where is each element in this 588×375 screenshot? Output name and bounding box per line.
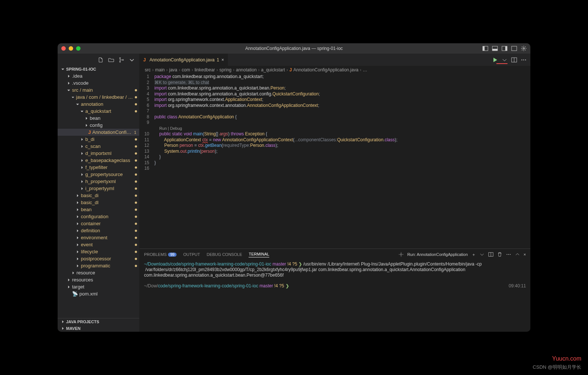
folder-item[interactable]: basic_dl — [58, 199, 139, 206]
terminal-content[interactable]: ~/Downloads/code/spring-framework-learni… — [140, 260, 530, 332]
close-tab-icon[interactable]: × — [222, 57, 224, 62]
editor-actions — [492, 54, 530, 66]
folder-item[interactable]: .vscode — [58, 80, 139, 87]
source-control-icon[interactable] — [119, 57, 124, 63]
new-folder-icon[interactable] — [108, 57, 114, 63]
source-code[interactable]: package com.linkedbear.spring.annotation… — [154, 74, 530, 249]
chevron-icon — [75, 102, 80, 107]
folder-item[interactable]: resources — [58, 276, 139, 283]
breadcrumb-item[interactable]: main — [155, 67, 165, 72]
close-panel-icon[interactable]: × — [524, 252, 526, 257]
breadcrumb-item[interactable]: a_quickstart — [261, 67, 285, 72]
tab-output[interactable]: OUTPUT — [183, 252, 200, 257]
svg-point-21 — [510, 254, 510, 255]
tree-label: a_quickstart — [85, 108, 111, 114]
tab-active[interactable]: J AnnotationConfigApplication.java 1 × — [140, 54, 228, 66]
tree-label: target — [72, 284, 84, 290]
folder-item[interactable]: java / com / linkedbear / spring — [58, 94, 139, 101]
modified-indicator — [135, 103, 137, 105]
maven-panel[interactable]: MAVEN — [58, 325, 139, 332]
split-terminal-icon[interactable] — [488, 252, 493, 257]
folder-item[interactable]: c_scan — [58, 143, 139, 150]
folder-item[interactable]: target — [58, 283, 139, 290]
problems-badge: 99 — [168, 253, 177, 257]
breadcrumb[interactable]: src›main›java›com›linkedbear›spring›anno… — [140, 66, 530, 74]
tree-label: resource — [76, 270, 95, 276]
folder-item[interactable]: configuration — [58, 213, 139, 220]
window-title: AnnotationConfigApplication.java — sprin… — [58, 46, 530, 51]
folder-item[interactable]: container — [58, 220, 139, 227]
folder-item[interactable]: a_quickstart — [58, 108, 139, 115]
more-icon[interactable] — [521, 57, 527, 63]
add-terminal-icon[interactable]: ＋ — [472, 252, 476, 257]
folder-item[interactable]: .idea — [58, 72, 139, 80]
folder-item[interactable]: lifecycle — [58, 248, 139, 255]
folder-item[interactable]: h_propertyxml — [58, 178, 139, 185]
modified-indicator — [135, 138, 137, 141]
breadcrumb-item[interactable]: src — [145, 67, 151, 72]
run-config-label[interactable]: Run: AnnotationConfigApplication — [407, 252, 468, 257]
breadcrumb-item[interactable]: annotation — [236, 67, 257, 72]
more-icon[interactable] — [506, 252, 511, 257]
chevron-down-icon[interactable] — [502, 57, 507, 63]
breadcrumb-item[interactable]: com — [182, 67, 190, 72]
split-editor-icon[interactable] — [511, 57, 517, 63]
tree-label: e_basepackageclass — [85, 158, 130, 163]
project-header[interactable]: SPRING-01-IOC — [58, 66, 139, 72]
chevron-down-icon[interactable] — [479, 252, 485, 257]
java-file-icon: J — [88, 129, 91, 135]
modified-indicator — [135, 180, 137, 183]
folder-item[interactable]: bean — [58, 206, 139, 213]
chevron-down-icon[interactable] — [129, 57, 135, 63]
trash-icon[interactable] — [497, 252, 502, 257]
tree-label: config — [90, 122, 103, 128]
csdn-credit: CSDN @明明如月学长 — [533, 364, 581, 371]
maximize-panel-icon[interactable] — [515, 252, 520, 257]
file-tree[interactable]: .idea.vscodesrc / mainjava / com / linke… — [58, 72, 139, 318]
new-file-icon[interactable] — [98, 57, 104, 63]
modified-indicator — [135, 159, 137, 162]
folder-item[interactable]: src / main — [58, 87, 139, 94]
breadcrumb-item[interactable]: spring — [219, 67, 232, 72]
folder-item[interactable]: postprocessor — [58, 255, 139, 262]
tab-problems[interactable]: PROBLEMS99 — [144, 252, 177, 257]
modified-indicator — [135, 251, 137, 253]
folder-item[interactable]: f_typefilter — [58, 164, 139, 171]
folder-item[interactable]: event — [58, 241, 139, 248]
chevron-icon — [80, 151, 84, 156]
tab-terminal[interactable]: TERMINAL — [249, 252, 269, 257]
folder-item[interactable]: resource — [58, 269, 139, 276]
folder-item[interactable]: e_basepackageclass — [58, 157, 139, 164]
folder-item[interactable]: g_propertysource — [58, 171, 139, 178]
modified-indicator — [135, 152, 137, 155]
folder-item[interactable]: i_propertyyml — [58, 185, 139, 192]
folder-item[interactable]: definition — [58, 227, 139, 234]
folder-item[interactable]: config — [58, 122, 139, 129]
gear-icon[interactable] — [399, 252, 404, 257]
chevron-icon — [66, 278, 71, 282]
breadcrumb-item[interactable]: JAnnotationConfigApplication.java — [290, 67, 359, 72]
chevron-icon — [66, 88, 71, 92]
breadcrumb-item[interactable]: … — [363, 67, 367, 72]
breadcrumb-item[interactable]: java — [169, 67, 177, 72]
folder-item[interactable]: basic_di — [58, 192, 139, 199]
bottom-panel: PROBLEMS99 OUTPUT DEBUG CONSOLE TERMINAL… — [140, 249, 530, 332]
file-item[interactable]: 📡pom.xml — [58, 290, 139, 297]
file-item[interactable]: JAnnotationConfigApplica...1 — [58, 129, 139, 136]
folder-item[interactable]: b_di — [58, 136, 139, 143]
code-editor[interactable]: 12345678910111213141516 package com.link… — [140, 74, 530, 249]
tab-debug-console[interactable]: DEBUG CONSOLE — [207, 252, 242, 257]
tree-label: programmatic — [81, 263, 110, 268]
run-icon[interactable] — [492, 57, 498, 63]
modified-indicator — [135, 166, 137, 169]
chevron-icon — [75, 257, 80, 261]
java-projects-panel[interactable]: JAVA PROJECTS — [58, 318, 139, 325]
folder-item[interactable]: environment — [58, 234, 139, 241]
folder-item[interactable]: annotation — [58, 101, 139, 108]
breadcrumb-item[interactable]: linkedbear — [195, 67, 215, 72]
folder-item[interactable]: programmatic — [58, 262, 139, 269]
folder-item[interactable]: bean — [58, 115, 139, 122]
folder-item[interactable]: d_importxml — [58, 150, 139, 157]
tree-label: basic_dl — [81, 200, 99, 205]
chevron-icon — [80, 165, 84, 170]
